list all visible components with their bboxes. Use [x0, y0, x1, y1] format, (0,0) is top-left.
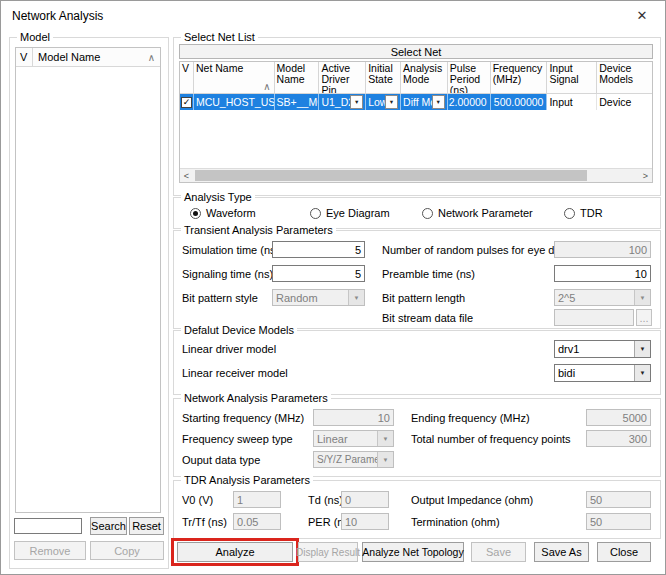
analyze-button[interactable]: Analyze — [177, 542, 293, 562]
column-header-device-models[interactable]: Device Models — [597, 62, 652, 94]
net-table-header: V Net Name ∧ Model Name Active Driver Pi… — [180, 62, 652, 94]
row-check-cell — [180, 94, 194, 110]
preamble-time-input[interactable]: 10 — [554, 265, 651, 282]
linear-receiver-model-dropdown[interactable]: bidi ▼ — [554, 364, 651, 382]
td-input[interactable]: 0 — [341, 491, 389, 508]
output-data-type-label: Ouput data type — [182, 454, 260, 466]
starting-frequency-input[interactable]: 10 — [313, 409, 394, 426]
scroll-left-icon[interactable]: < — [180, 169, 193, 182]
dropdown-arrow-icon[interactable]: ▼ — [432, 95, 445, 109]
output-impedance-label: Output Impedance (ohm) — [411, 494, 533, 506]
tr-tf-input[interactable]: 0.05 — [233, 513, 281, 530]
transient-params-group-label: Transient Analysis Parameters — [181, 224, 336, 236]
bit-pattern-style-dropdown[interactable]: Random ▼ — [272, 289, 365, 306]
horizontal-scrollbar[interactable]: < > — [180, 168, 652, 182]
bit-pattern-length-dropdown[interactable]: 2^5 ▼ — [554, 289, 651, 306]
termination-input[interactable]: 50 — [586, 513, 651, 530]
select-net-list-group: Select Net List Select Net V Net Name ∧ … — [173, 37, 661, 196]
row-initial-state-cell[interactable]: Low ▼ — [366, 94, 401, 110]
total-frequency-points-input[interactable]: 300 — [586, 430, 651, 447]
close-button[interactable]: Close — [597, 542, 651, 562]
browse-button[interactable]: ... — [636, 309, 652, 326]
radio-unselected-icon — [422, 208, 433, 219]
radio-unselected-icon — [564, 208, 575, 219]
scroll-right-icon[interactable]: > — [639, 169, 652, 182]
model-list[interactable]: V Model Name ∧ — [15, 47, 161, 513]
simulation-time-label: Simulation time (ns) — [182, 244, 279, 256]
remove-button[interactable]: Remove — [14, 541, 86, 560]
output-data-type-dropdown[interactable]: S/Y/Z Parameter ▼ — [313, 451, 394, 468]
tdr-params-group-label: TDR Analysis Parameters — [181, 474, 313, 486]
row-input-signal-cell: Input — [547, 94, 597, 110]
dropdown-arrow-icon: ▼ — [634, 341, 650, 357]
simulation-time-input[interactable]: 5 — [272, 241, 365, 258]
radio-eye-diagram-label: Eye Diagram — [326, 207, 390, 219]
linear-driver-model-label: Linear driver model — [182, 343, 276, 355]
output-impedance-input[interactable]: 50 — [586, 491, 651, 508]
default-device-models-group-label: Defalut Device Models — [181, 324, 297, 336]
bit-stream-file-input[interactable] — [554, 309, 634, 326]
column-header-check[interactable]: V — [180, 62, 194, 94]
analysis-mode-value: Diff Mode — [403, 96, 432, 108]
column-header-initial-state[interactable]: Initial State — [366, 62, 401, 94]
analysis-type-group-label: Analysis Type — [181, 191, 255, 203]
model-name-column-header[interactable]: Model Name ∧ — [33, 48, 160, 66]
ending-frequency-label: Ending frequency (MHz) — [411, 412, 530, 424]
column-header-input-signal[interactable]: Input Signal — [547, 62, 597, 94]
frequency-sweep-type-dropdown[interactable]: Linear ▼ — [313, 430, 394, 447]
model-search-input[interactable] — [14, 518, 82, 534]
radio-selected-icon — [190, 208, 201, 219]
linear-driver-model-value: drv1 — [555, 343, 634, 355]
copy-button[interactable]: Copy — [90, 541, 164, 560]
column-header-frequency[interactable]: Frequency (MHz) — [491, 62, 548, 94]
column-header-model-name[interactable]: Model Name — [275, 62, 320, 94]
column-header-analysis-mode[interactable]: Analysis Mode — [401, 62, 448, 94]
row-net-name-cell: MCU_HOST_USB+ — [194, 94, 275, 110]
linear-driver-model-dropdown[interactable]: drv1 ▼ — [554, 340, 651, 358]
row-analysis-mode-cell[interactable]: Diff Mode ▼ — [401, 94, 448, 110]
net-table-row[interactable]: MCU_HOST_USB+ SB+__MCU U1_D2 ▼ Low ▼ Dif… — [180, 94, 652, 110]
close-icon[interactable]: ✕ — [631, 7, 653, 25]
radio-tdr[interactable]: TDR — [564, 206, 603, 220]
display-result-button[interactable]: Display Result — [298, 542, 358, 562]
column-header-pulse-period[interactable]: Pulse Period (ns) — [448, 62, 491, 94]
dropdown-arrow-icon[interactable]: ▼ — [350, 95, 363, 109]
termination-label: Termination (ohm) — [411, 516, 500, 528]
column-header-net-name[interactable]: Net Name ∧ — [194, 62, 275, 94]
bit-pattern-length-label: Bit pattern length — [382, 292, 465, 304]
dropdown-arrow-icon: ▼ — [377, 452, 393, 467]
active-driver-pin-value: U1_D2 — [321, 96, 350, 108]
dialog-title: Network Analysis — [12, 9, 103, 23]
save-as-button[interactable]: Save As — [534, 542, 589, 562]
model-group: Model V Model Name ∧ Search Reset Remove… — [9, 37, 169, 569]
row-active-driver-pin-cell[interactable]: U1_D2 ▼ — [319, 94, 366, 110]
radio-network-parameter[interactable]: Network Parameter — [422, 206, 533, 220]
scrollbar-thumb[interactable] — [195, 170, 587, 181]
search-button[interactable]: Search — [90, 517, 127, 535]
radio-eye-diagram[interactable]: Eye Diagram — [310, 206, 390, 220]
per-input[interactable]: 10 — [341, 513, 389, 530]
column-header-active-driver-pin[interactable]: Active Driver Pin — [319, 62, 366, 94]
model-name-column-label: Model Name — [38, 51, 100, 63]
analyze-net-topology-button[interactable]: Analyze Net Topology — [362, 542, 464, 562]
signaling-time-input[interactable]: 5 — [272, 265, 365, 282]
select-net-button[interactable]: Select Net — [179, 44, 653, 59]
row-checkbox-checked[interactable] — [181, 97, 192, 108]
v0-input[interactable]: 1 — [233, 491, 281, 508]
radio-waveform[interactable]: Waveform — [190, 206, 256, 220]
reset-button[interactable]: Reset — [129, 517, 164, 535]
transient-params-group: Transient Analysis Parameters Simulation… — [173, 230, 661, 329]
ending-frequency-input[interactable]: 5000 — [586, 409, 651, 426]
model-group-label: Model — [17, 31, 53, 43]
radio-network-parameter-label: Network Parameter — [438, 207, 533, 219]
scrollbar-track[interactable] — [193, 169, 639, 182]
model-check-column-header[interactable]: V — [16, 48, 33, 66]
bit-stream-file-label: Bit stream data file — [382, 312, 473, 324]
row-pulse-period-cell: 2.00000 — [448, 94, 491, 110]
save-button[interactable]: Save — [471, 542, 526, 562]
net-table-empty-area — [180, 110, 652, 168]
dropdown-arrow-icon[interactable]: ▼ — [385, 95, 398, 109]
network-params-group-label: Network Analysis Parameters — [181, 392, 331, 404]
dropdown-arrow-icon: ▼ — [634, 365, 650, 381]
random-pulses-input[interactable]: 100 — [554, 241, 651, 258]
